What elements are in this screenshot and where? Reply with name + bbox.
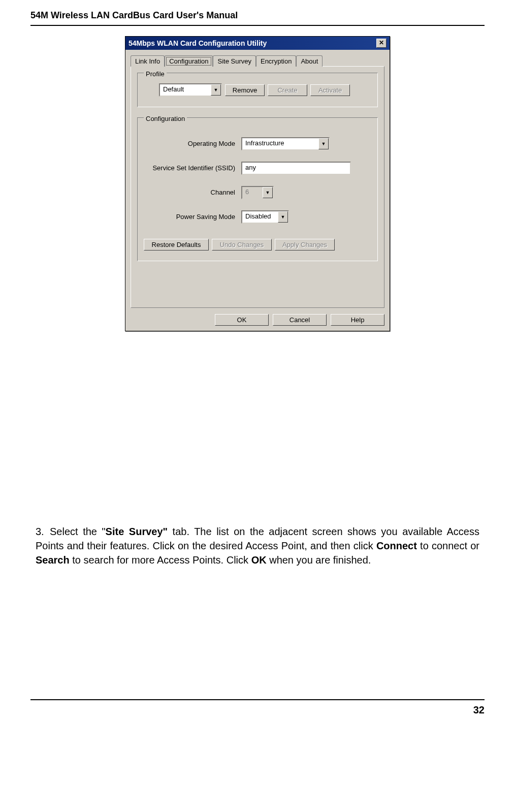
divider — [30, 25, 485, 26]
remove-button[interactable]: Remove — [225, 84, 265, 96]
activate-button: Activate — [310, 84, 350, 96]
profile-legend: Profile — [144, 70, 167, 78]
configuration-fieldset: Configuration Operating Mode Infrastruct… — [137, 117, 378, 261]
channel-value: 6 — [242, 187, 263, 198]
chevron-down-icon[interactable]: ▼ — [318, 138, 329, 149]
ok-button[interactable]: OK — [215, 314, 269, 326]
apply-changes-button: Apply Changes — [275, 239, 335, 251]
configuration-legend: Configuration — [144, 115, 187, 122]
power-saving-value: Disabled — [242, 211, 278, 223]
power-saving-label: Power Saving Mode — [144, 213, 241, 222]
titlebar[interactable]: 54Mbps WLAN Card Configuration Utility ✕ — [125, 37, 390, 50]
instruction-text: 3.Select the "Site Survey" tab. The list… — [30, 524, 485, 567]
page-header: 54M Wireless LAN CardBus Card User's Man… — [30, 10, 485, 25]
cancel-button[interactable]: Cancel — [273, 314, 327, 326]
tab-site-survey[interactable]: Site Survey — [213, 55, 255, 67]
ssid-input[interactable]: any — [241, 162, 351, 175]
operating-mode-label: Operating Mode — [144, 140, 241, 148]
undo-changes-button: Undo Changes — [212, 239, 272, 251]
chevron-down-icon[interactable]: ▼ — [278, 211, 288, 223]
tab-content: Profile Default ▼ Remove Create Activate — [131, 66, 384, 308]
tab-link-info[interactable]: Link Info — [131, 55, 165, 67]
chevron-down-icon[interactable]: ▼ — [211, 84, 221, 96]
profile-select[interactable]: Default ▼ — [159, 83, 222, 97]
chevron-down-icon: ▼ — [263, 187, 273, 198]
tab-configuration[interactable]: Configuration — [165, 55, 213, 67]
operating-mode-value: Infrastructure — [242, 138, 318, 149]
tab-about[interactable]: About — [296, 55, 323, 67]
profile-fieldset: Profile Default ▼ Remove Create Activate — [137, 73, 378, 107]
close-button[interactable]: ✕ — [376, 39, 387, 48]
step-number: 3. — [36, 524, 50, 539]
channel-select: 6 ▼ — [241, 186, 274, 199]
tab-encryption[interactable]: Encryption — [256, 55, 296, 67]
profile-value: Default — [160, 84, 211, 96]
restore-defaults-button[interactable]: Restore Defaults — [144, 239, 209, 251]
page-number: 32 — [30, 699, 485, 716]
channel-label: Channel — [144, 189, 241, 197]
operating-mode-select[interactable]: Infrastructure ▼ — [241, 137, 330, 150]
power-saving-select[interactable]: Disabled ▼ — [241, 210, 289, 224]
tabs: Link Info Configuration Site Survey Encr… — [131, 55, 384, 67]
dialog-title: 54Mbps WLAN Card Configuration Utility — [128, 39, 267, 47]
help-button[interactable]: Help — [331, 314, 384, 326]
config-dialog: 54Mbps WLAN Card Configuration Utility ✕… — [125, 36, 390, 331]
ssid-label: Service Set Identifier (SSID) — [144, 164, 241, 173]
create-button: Create — [268, 84, 307, 96]
